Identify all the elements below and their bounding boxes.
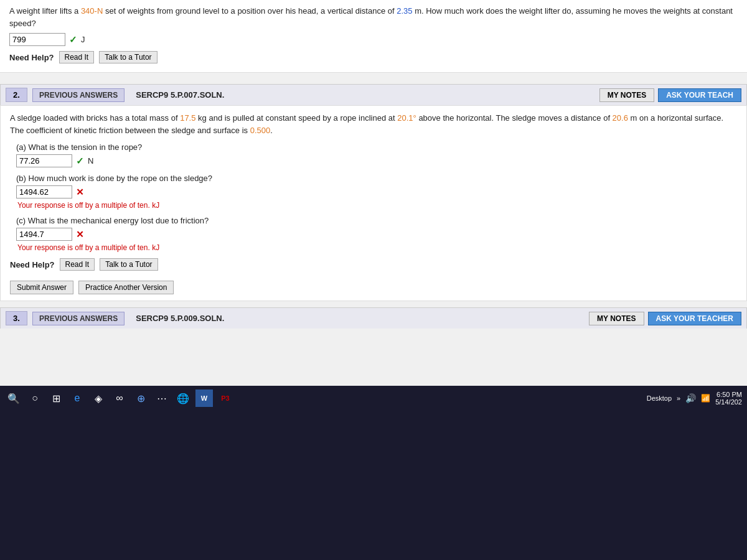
q2-partc-label: (c) What is the mechanical energy lost d… — [16, 216, 737, 225]
q2-partc-input[interactable]: 1494.7 — [16, 228, 72, 241]
app-icon-1[interactable]: ◈ — [90, 390, 107, 407]
taskbar-time-display: 6:50 PM 5/14/202 — [715, 391, 742, 406]
q1-distance: 2.35 — [397, 6, 412, 16]
q2-parta-check-icon: ✓ — [76, 156, 84, 167]
q2-need-help-label: Need Help? — [10, 260, 55, 269]
q2-angle: 20.1° — [397, 113, 416, 123]
desktop-label[interactable]: Desktop — [647, 394, 672, 402]
q2-part-b: (b) How much work is done by the rope on… — [16, 174, 737, 210]
app-icon-2[interactable]: ∞ — [111, 390, 128, 407]
q1-need-help-label: Need Help? — [9, 53, 54, 62]
q2-partb-answer-row: 1494.62 ✕ — [16, 185, 737, 198]
pdf-icon[interactable]: P3 — [217, 390, 234, 407]
q2-distance: 20.6 — [613, 113, 628, 123]
q2-submit-row: Submit Answer Practice Another Version — [10, 278, 737, 294]
q1-question-text: A weight lifter lifts a 340-N set of wei… — [9, 5, 738, 29]
q3-my-notes-button[interactable]: MY NOTES — [589, 312, 644, 325]
search-icon[interactable]: 🔍 — [5, 390, 22, 407]
q2-parta-label: (a) What is the tension in the rope? — [16, 142, 737, 152]
network-icon[interactable]: 📶 — [701, 394, 710, 403]
taskbar-date: 5/14/202 — [715, 398, 742, 406]
q2-partc-error: Your response is off by a multiple of te… — [17, 243, 737, 252]
taskbar-left: 🔍 ○ ⊞ e ◈ ∞ ⊕ ⋯ 🌐 W P3 — [5, 390, 234, 407]
taskbar: 🔍 ○ ⊞ e ◈ ∞ ⊕ ⋯ 🌐 W P3 Desktop » 🔊 — [0, 386, 747, 411]
q2-number: 2. — [6, 88, 27, 102]
q3-prev-answers-button[interactable]: PREVIOUS ANSWERS — [32, 312, 125, 325]
q2-partb-cross-icon: ✕ — [76, 187, 84, 198]
q1-talk-tutor-button[interactable]: Talk to a Tutor — [99, 51, 157, 63]
app-icon-3[interactable]: ⊕ — [132, 390, 149, 407]
q1-text-mid1: set of weights from ground level to a po… — [105, 6, 397, 16]
q3-header: 3. PREVIOUS ANSWERS SERCP9 5.P.009.SOLN.… — [0, 307, 747, 329]
q1-check-icon: ✓ — [69, 34, 77, 45]
taskbar-right: Desktop » 🔊 📶 6:50 PM 5/14/202 — [647, 391, 742, 406]
q2-problem-id: SERCP9 5.P.007.SOLN. — [136, 90, 224, 100]
q2-part-c: (c) What is the mechanical energy lost d… — [16, 216, 737, 252]
volume-icon[interactable]: 🔊 — [685, 393, 696, 403]
q2-content: A sledge loaded with bricks has a total … — [0, 105, 747, 301]
q3-problem-id: SERCP9 5.P.009.SOLN. — [136, 314, 224, 323]
q2-friction: 0.500 — [250, 126, 271, 135]
app-icon-4[interactable]: ⋯ — [153, 390, 171, 407]
taskbar-chevron[interactable]: » — [677, 394, 680, 402]
q2-parta-unit: N — [88, 156, 93, 166]
q2-parta-answer-row: 77.26 ✓ N — [16, 154, 737, 167]
q3-number: 3. — [6, 311, 27, 325]
q2-partc-cross-icon: ✕ — [76, 229, 84, 240]
q1-need-help-row: Need Help? Read It Talk to a Tutor — [9, 51, 738, 68]
q2-header: 2. PREVIOUS ANSWERS SERCP9 5.P.007.SOLN.… — [0, 84, 747, 105]
word-icon[interactable]: W — [195, 390, 213, 407]
q2-partb-input[interactable]: 1494.62 — [16, 185, 72, 198]
q2-parta-input[interactable]: 77.26 — [16, 154, 72, 167]
taskbar-time: 6:50 PM — [715, 391, 742, 398]
q2-part-a: (a) What is the tension in the rope? 77.… — [16, 142, 737, 167]
q2-partb-error: Your response is off by a multiple of te… — [17, 201, 737, 210]
edge-browser-icon[interactable]: e — [68, 390, 86, 407]
q3-ask-teacher-button[interactable]: ASK YOUR TEACHER — [648, 312, 741, 325]
q2-submit-button[interactable]: Submit Answer — [10, 281, 73, 294]
q2-prev-answers-button[interactable]: PREVIOUS ANSWERS — [32, 88, 125, 102]
start-circle-icon[interactable]: ○ — [26, 390, 44, 407]
q1-unit: J — [81, 35, 85, 44]
q2-mass: 17.5 — [180, 113, 195, 123]
q2-my-notes-button[interactable]: MY NOTES — [599, 88, 654, 102]
q1-read-it-button[interactable]: Read It — [59, 51, 95, 63]
q2-question-text: A sledge loaded with bricks has a total … — [10, 112, 737, 136]
q1-force: 340-N — [81, 6, 103, 16]
q1-answer-row: 799 ✓ J — [9, 33, 738, 46]
desktop-area — [0, 411, 747, 560]
q2-talk-tutor-button[interactable]: Talk to a Tutor — [100, 258, 157, 271]
task-view-icon[interactable]: ⊞ — [47, 390, 65, 407]
q2-practice-button[interactable]: Practice Another Version — [78, 281, 174, 294]
q1-answer-input[interactable]: 799 — [9, 33, 65, 46]
q2-ask-teacher-button[interactable]: ASK YOUR TEACH — [658, 88, 741, 102]
q2-read-it-button[interactable]: Read It — [60, 258, 95, 271]
q2-need-help-row: Need Help? Read It Talk to a Tutor — [10, 258, 737, 271]
chrome-icon[interactable]: 🌐 — [174, 390, 192, 407]
q2-partc-answer-row: 1494.7 ✕ — [16, 228, 737, 241]
q2-partb-label: (b) How much work is done by the rope on… — [16, 174, 737, 183]
